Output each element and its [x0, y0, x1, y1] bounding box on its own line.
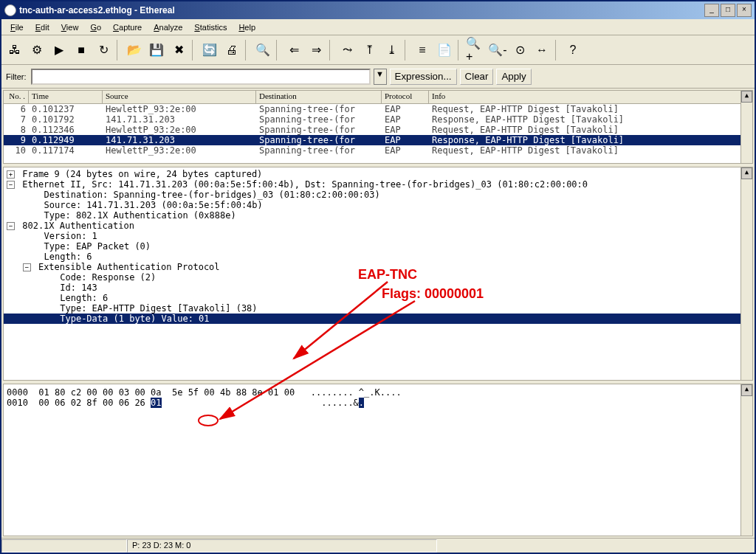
detail-line[interactable]: Source: 141.71.31.203 (00:0a:5e:5f:00:4b…	[4, 200, 752, 210]
detail-line[interactable]: Type: 802.1X Authentication (0x888e)	[4, 210, 752, 221]
restart-capture-button[interactable]: ↻	[93, 40, 114, 60]
column-header[interactable]: Source	[103, 91, 256, 103]
filter-bar: Filter: ▼ Expression... Clear Apply	[1, 65, 755, 89]
goto-button[interactable]: ⤳	[337, 40, 357, 60]
menu-go[interactable]: Go	[84, 21, 107, 33]
packet-list-header: No. .TimeSourceDestinationProtocolInfo	[4, 91, 752, 104]
detail-scrollbar[interactable]: ▲	[740, 167, 752, 380]
packet-row[interactable]: 100.117174HewlettP_93:2e:00Spanning-tree…	[4, 145, 752, 156]
zoom-out-button[interactable]: 🔍-	[487, 40, 508, 60]
apply-button[interactable]: Apply	[496, 69, 531, 85]
filter-label: Filter:	[6, 72, 27, 81]
menu-edit[interactable]: Edit	[30, 21, 55, 33]
prefs-button[interactable]: 📄	[434, 40, 455, 60]
capture-options-button[interactable]: ⚙	[27, 40, 47, 60]
column-header[interactable]: Info	[429, 91, 752, 103]
packet-list-scrollbar[interactable]: ▲	[740, 91, 752, 163]
detail-line[interactable]: − 802.1X Authentication	[4, 221, 752, 231]
column-header[interactable]: Destination	[256, 91, 382, 103]
scroll-up-icon[interactable]: ▲	[741, 384, 752, 396]
packet-row[interactable]: 80.112346HewlettP_93:2e:00Spanning-tree-…	[4, 125, 752, 135]
detail-line[interactable]: Version: 1	[4, 231, 752, 241]
menu-view[interactable]: View	[55, 21, 85, 33]
scroll-up-icon[interactable]: ▲	[741, 91, 752, 103]
hex-scrollbar[interactable]: ▲	[740, 384, 752, 536]
packet-detail-pane[interactable]: + Frame 9 (24 bytes on wire, 24 bytes ca…	[3, 167, 753, 381]
detail-line[interactable]: Id: 143	[4, 283, 752, 293]
reload-button[interactable]: 🔄	[199, 40, 220, 60]
zoom-in-button[interactable]: 🔍+	[465, 40, 486, 60]
expander-icon[interactable]: −	[23, 263, 31, 271]
expander-icon[interactable]: −	[7, 181, 15, 189]
filter-input[interactable]	[31, 69, 371, 85]
detail-line[interactable]: Length: 6	[4, 252, 752, 262]
detail-line[interactable]: Destination: Spanning-tree-(for-bridges)…	[4, 190, 752, 200]
minimize-button[interactable]: _	[704, 4, 719, 17]
window-title: tnc-auth-ar-access2.ethlog - Ethereal	[19, 5, 703, 15]
column-header[interactable]: Protocol	[382, 91, 429, 103]
detail-line[interactable]: Length: 6	[4, 293, 752, 303]
column-header[interactable]: No. .	[4, 91, 29, 103]
hex-line[interactable]: 0000 01 80 c2 00 00 03 00 0a 5e 5f 00 4b…	[7, 387, 749, 398]
menu-analyze[interactable]: Analyze	[148, 21, 188, 33]
detail-line[interactable]: − Extensible Authentication Protocol	[4, 262, 752, 272]
detail-line[interactable]: Type: EAP-HTTP Digest [Tavakoli] (38)	[4, 303, 752, 314]
status-packets: P: 23 D: 23 M: 0	[127, 539, 437, 553]
detail-line[interactable]: Code: Response (2)	[4, 272, 752, 283]
detail-line[interactable]: − Ethernet II, Src: 141.71.31.203 (00:0a…	[4, 179, 752, 190]
resize-cols-button[interactable]: ↔	[532, 40, 552, 60]
expression-button[interactable]: Expression...	[390, 69, 457, 85]
bottom-button[interactable]: ⤓	[381, 40, 402, 60]
open-button[interactable]: 📂	[124, 40, 145, 60]
menu-file[interactable]: File	[4, 21, 30, 33]
find-button[interactable]: 🔍	[252, 40, 273, 60]
packet-row[interactable]: 70.101792141.71.31.203Spanning-tree-(for…	[4, 114, 752, 125]
status-left	[1, 539, 127, 553]
hex-line[interactable]: 0010 00 06 02 8f 00 06 26 01 ......&.	[7, 398, 749, 408]
print-button[interactable]: 🖨	[221, 40, 242, 60]
detail-line[interactable]: Type-Data (1 byte) Value: 01	[4, 314, 752, 324]
expander-icon[interactable]: +	[7, 170, 15, 179]
maximize-button[interactable]: □	[721, 4, 735, 17]
column-header[interactable]: Time	[29, 91, 103, 103]
menubar: FileEditViewGoCaptureAnalyzeStatisticsHe…	[1, 19, 755, 35]
save-button[interactable]: 💾	[146, 40, 167, 60]
close-button[interactable]: ✖	[168, 40, 189, 60]
packet-list-pane[interactable]: No. .TimeSourceDestinationProtocolInfo 6…	[3, 90, 753, 164]
interfaces-button[interactable]: 🖧	[4, 40, 25, 60]
titlebar[interactable]: tnc-auth-ar-access2.ethlog - Ethereal _ …	[1, 1, 755, 19]
zoom-100-button[interactable]: ⊙	[509, 40, 530, 60]
forward-button[interactable]: ⇒	[306, 40, 326, 60]
app-icon	[4, 4, 16, 16]
top-button[interactable]: ⤒	[359, 40, 379, 60]
help-button[interactable]: ?	[563, 40, 583, 60]
start-capture-button[interactable]: ▶	[49, 40, 69, 60]
colorize-button[interactable]: ≡	[412, 40, 433, 60]
close-button[interactable]: ×	[737, 4, 752, 17]
filter-dropdown-button[interactable]: ▼	[374, 69, 387, 85]
back-button[interactable]: ⇐	[284, 40, 304, 60]
toolbar: 🖧⚙▶■↻📂💾✖🔄🖨🔍⇐⇒⤳⤒⤓≡📄🔍+🔍-⊙↔?	[1, 35, 755, 65]
packet-row[interactable]: 90.112949141.71.31.203Spanning-tree-(for…	[4, 135, 752, 145]
expander-icon[interactable]: −	[7, 222, 15, 230]
clear-button[interactable]: Clear	[460, 69, 494, 85]
hex-dump-pane[interactable]: 0000 01 80 c2 00 00 03 00 0a 5e 5f 00 4b…	[3, 384, 753, 536]
menu-statistics[interactable]: Statistics	[188, 21, 233, 33]
detail-line[interactable]: + Frame 9 (24 bytes on wire, 24 bytes ca…	[4, 169, 752, 179]
menu-capture[interactable]: Capture	[107, 21, 148, 33]
menu-help[interactable]: Help	[233, 21, 261, 33]
scroll-up-icon[interactable]: ▲	[741, 167, 752, 179]
statusbar: P: 23 D: 23 M: 0	[1, 538, 755, 553]
stop-capture-button[interactable]: ■	[71, 40, 92, 60]
detail-line[interactable]: Type: EAP Packet (0)	[4, 241, 752, 252]
packet-row[interactable]: 60.101237HewlettP_93:2e:00Spanning-tree-…	[4, 104, 752, 114]
